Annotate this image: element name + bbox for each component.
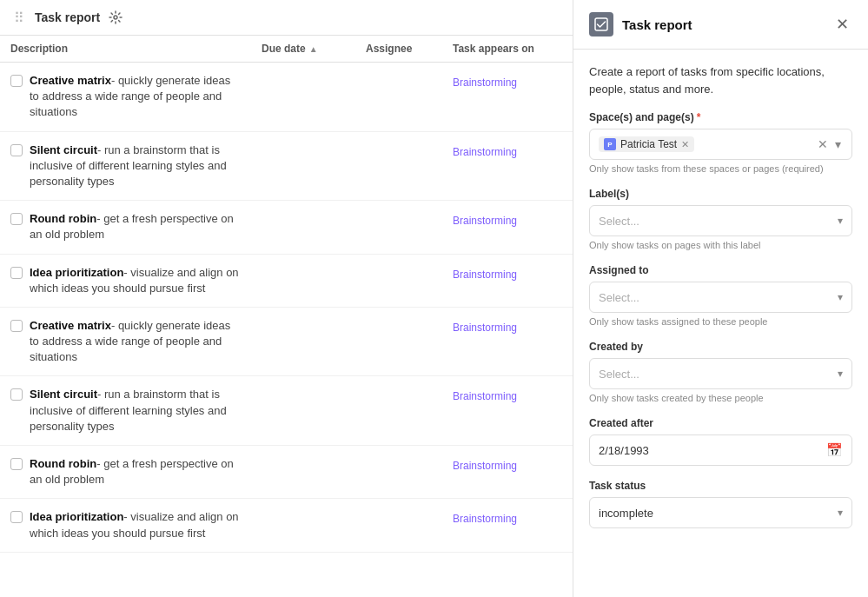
right-panel: Task report ✕ Create a report of tasks f… — [573, 0, 868, 597]
task-checkbox[interactable] — [10, 267, 23, 279]
task-tag-link[interactable]: Brainstorming — [453, 513, 517, 525]
space-input-actions: ✕ ▾ — [816, 137, 843, 151]
labels-label: Label(s) — [589, 188, 852, 200]
task-status-value: incomplete — [599, 507, 653, 520]
drag-handle-icon[interactable]: ⠿ — [14, 10, 24, 26]
col-appears-on: Task appears on — [442, 36, 573, 62]
space-chip-icon: P — [604, 138, 616, 150]
assigned-to-placeholder: Select... — [599, 291, 639, 304]
task-checkbox[interactable] — [10, 458, 23, 470]
task-status-section: Task status incomplete ▾ — [589, 480, 852, 528]
tag-cell: Brainstorming — [442, 206, 573, 232]
task-tag-link[interactable]: Brainstorming — [453, 322, 517, 334]
col-description: Description — [0, 36, 251, 62]
tag-cell: Brainstorming — [442, 68, 573, 94]
assigned-to-hint: Only show tasks assigned to these people — [589, 316, 852, 327]
table-row: Round robin- get a fresh perspective on … — [0, 201, 573, 254]
col-due-date[interactable]: Due date ▲ — [251, 36, 355, 62]
labels-select[interactable]: Select... ▾ — [589, 205, 852, 236]
task-status-label: Task status — [589, 480, 852, 492]
task-tag-link[interactable]: Brainstorming — [453, 76, 517, 89]
created-by-section: Created by Select... ▾ Only show tasks c… — [589, 341, 852, 403]
task-checkbox[interactable] — [10, 213, 23, 225]
spaces-input-box[interactable]: P Patricia Test ✕ ✕ ▾ — [589, 129, 852, 160]
task-checkbox[interactable] — [10, 511, 23, 523]
assigned-to-chevron-icon: ▾ — [838, 291, 843, 303]
left-panel-header: ⠿ Task report — [0, 0, 573, 36]
assigned-to-section: Assigned to Select... ▾ Only show tasks … — [589, 264, 852, 327]
created-by-select[interactable]: Select... ▾ — [589, 358, 852, 389]
created-by-label: Created by — [589, 341, 852, 353]
task-desc-cell: Round robin- get a fresh perspective on … — [0, 451, 251, 493]
task-status-chevron-icon: ▾ — [838, 507, 843, 519]
tag-cell: Brainstorming — [442, 381, 573, 408]
task-checkbox[interactable] — [10, 320, 23, 332]
task-name: Creative matrix — [30, 319, 111, 332]
task-name: Idea prioritization — [30, 266, 123, 279]
svg-point-0 — [114, 16, 117, 19]
task-text: Round robin- get a fresh perspective on … — [30, 211, 241, 242]
table-row: Idea prioritization- visualize and align… — [0, 255, 573, 308]
settings-icon — [109, 10, 123, 24]
task-tag-link[interactable]: Brainstorming — [453, 215, 517, 227]
task-text: Silent circuit- run a brainstorm that is… — [30, 387, 241, 434]
task-text: Silent circuit- run a brainstorm that is… — [30, 143, 241, 190]
task-report-icon — [589, 12, 613, 36]
task-text: Creative matrix- quickly generate ideas … — [30, 73, 241, 121]
labels-chevron-icon: ▾ — [838, 215, 843, 227]
close-button[interactable]: ✕ — [832, 15, 852, 34]
right-panel-body: Create a report of tasks from specific l… — [573, 50, 868, 542]
spaces-text-input[interactable] — [699, 138, 811, 151]
table-row: Creative matrix- quickly generate ideas … — [0, 308, 573, 377]
tag-cell: Brainstorming — [442, 260, 573, 286]
assigned-to-select[interactable]: Select... ▾ — [589, 282, 852, 313]
chip-close-button[interactable]: ✕ — [681, 140, 689, 149]
calendar-icon: 📅 — [826, 442, 843, 458]
task-checkbox[interactable] — [10, 75, 23, 87]
left-panel: ⠿ Task report Description Due date ▲ Ass… — [0, 0, 573, 597]
tag-cell: Brainstorming — [442, 451, 573, 477]
space-logo-icon: P — [606, 140, 614, 149]
table-row: Silent circuit- run a brainstorm that is… — [0, 376, 573, 446]
clear-spaces-button[interactable]: ✕ — [816, 137, 830, 151]
created-after-input[interactable]: 2/18/1993 📅 — [589, 434, 852, 466]
right-panel-title: Task report — [622, 17, 692, 32]
spaces-chevron-button[interactable]: ▾ — [833, 137, 843, 151]
task-desc-cell: Silent circuit- run a brainstorm that is… — [0, 381, 251, 440]
task-tag-link[interactable]: Brainstorming — [453, 146, 517, 158]
table-header: Description Due date ▲ Assignee Task app… — [0, 36, 573, 63]
task-text: Idea prioritization- visualize and align… — [30, 509, 241, 541]
task-text: Idea prioritization- visualize and align… — [30, 265, 241, 296]
tag-cell: Brainstorming — [442, 313, 573, 339]
task-status-select[interactable]: incomplete ▾ — [589, 497, 852, 528]
created-by-placeholder: Select... — [599, 368, 639, 381]
task-name: Idea prioritization — [30, 510, 123, 523]
table-row: Silent circuit- run a brainstorm that is… — [0, 132, 573, 202]
task-tag-link[interactable]: Brainstorming — [453, 269, 517, 281]
task-name: Creative matrix — [30, 74, 111, 87]
spaces-label: Space(s) and page(s) * — [589, 111, 852, 123]
settings-button[interactable] — [107, 9, 124, 26]
table-row: Round robin- get a fresh perspective on … — [0, 446, 573, 499]
task-name: Round robin — [30, 457, 96, 470]
labels-hint: Only show tasks on pages with this label — [589, 240, 852, 250]
labels-placeholder: Select... — [599, 215, 639, 228]
required-star: * — [697, 111, 701, 123]
task-desc-cell: Idea prioritization- visualize and align… — [0, 260, 251, 302]
task-tag-link[interactable]: Brainstorming — [453, 460, 517, 472]
created-after-section: Created after 2/18/1993 📅 — [589, 417, 852, 466]
task-checkbox[interactable] — [10, 144, 23, 156]
created-by-chevron-icon: ▾ — [838, 368, 843, 380]
labels-section: Label(s) Select... ▾ Only show tasks on … — [589, 188, 852, 250]
task-checkbox[interactable] — [10, 388, 23, 401]
spaces-hint: Only show tasks from these spaces or pag… — [589, 163, 852, 174]
create-description: Create a report of tasks from specific l… — [589, 63, 852, 97]
assigned-to-label: Assigned to — [589, 264, 852, 276]
task-checkbox-icon — [594, 17, 608, 31]
right-panel-header: Task report ✕ — [573, 0, 868, 50]
sort-icon: ▲ — [309, 44, 318, 54]
task-tag-link[interactable]: Brainstorming — [453, 390, 517, 402]
task-desc-cell: Creative matrix- quickly generate ideas … — [0, 313, 251, 371]
created-after-label: Created after — [589, 417, 852, 429]
tag-cell: Brainstorming — [442, 504, 573, 530]
